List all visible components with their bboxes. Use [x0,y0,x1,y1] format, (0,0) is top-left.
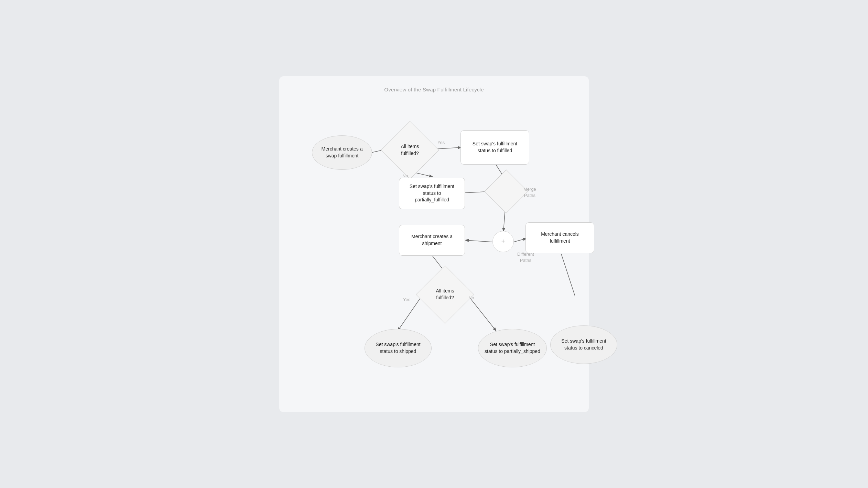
svg-line-11 [561,254,575,325]
node-set-partial-shipped: Set swap's fulfillment status to partial… [478,329,547,367]
label-merge-paths: MergePaths [523,186,536,199]
node-set-canceled: Set swap's fulfillment status to cancele… [550,325,617,364]
label-yes2: Yes [403,297,410,302]
diagram-container: Overview of the Swap Fulfillment Lifecyc… [279,76,589,412]
node-cancel-fulfillment: Merchant cancels fulfillment [525,222,594,253]
node-diff-paths-circle: + [492,231,514,252]
node-start: Merchant creates a swap fulfillment [312,135,372,170]
node-merge-diamond [491,176,522,207]
node-diamond2: All itemsfulfilled? [421,270,469,319]
label-yes1: Yes [437,140,445,145]
node-set-partial-fulfilled: Set swap's fulfillment status to partial… [399,178,465,209]
node-create-shipment: Merchant creates a shipment [399,225,465,256]
node-set-fulfilled: Set swap's fulfillment status to fulfill… [460,130,529,165]
svg-line-6 [466,240,492,242]
svg-line-7 [514,239,526,242]
diagram-title: Overview of the Swap Fulfillment Lifecyc… [293,87,575,92]
node-set-shipped: Set swap's fulfillment status to shipped [365,329,432,367]
flowchart-canvas: Merchant creates a swap fulfillment All … [293,103,575,395]
node-diamond1: All itemsfulfilled? [386,126,434,174]
label-no2: No [468,295,474,300]
